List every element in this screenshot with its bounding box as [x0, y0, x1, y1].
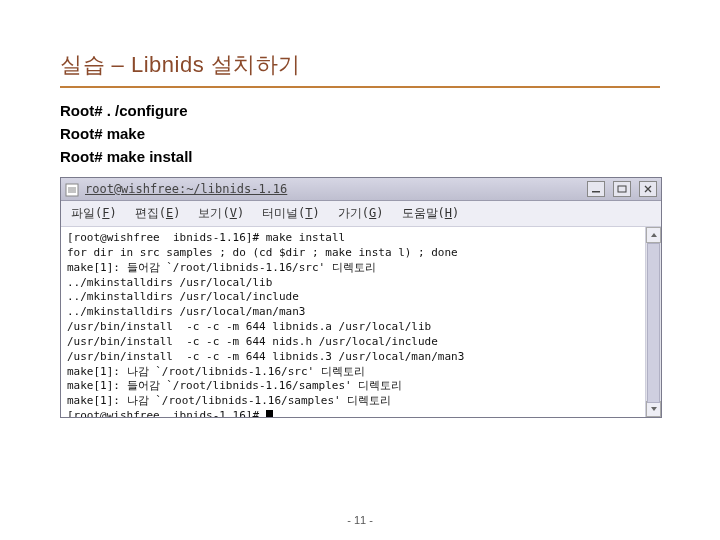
- menubar: 파일(F) 편집(E) 보기(V) 터미널(T) 가기(G) 도움말(H): [61, 201, 661, 227]
- terminal-output[interactable]: [root@wishfree ibnids-1.16]# make instal…: [61, 227, 645, 417]
- terminal-line: /usr/bin/install -c -c -m 644 libnids.a …: [67, 320, 431, 333]
- terminal-line: make[1]: 나감 `/root/libnids-1.16/src' 디렉토…: [67, 365, 365, 378]
- terminal-line: ../mkinstalldirs /usr/local/lib: [67, 276, 272, 289]
- slide-page: 실습 – Libnids 설치하기 Root# . /configure Roo…: [0, 0, 720, 540]
- terminal-window: root@wishfree:~/libnids-1.16 파일(F) 편집(E)…: [60, 177, 662, 418]
- window-title: root@wishfree:~/libnids-1.16: [85, 182, 579, 196]
- menu-terminal[interactable]: 터미널(T): [262, 205, 320, 222]
- svg-rect-2: [618, 186, 626, 192]
- titlebar[interactable]: root@wishfree:~/libnids-1.16: [61, 178, 661, 201]
- terminal-line: make[1]: 들어감 `/root/libnids-1.16/samples…: [67, 379, 402, 392]
- close-button[interactable]: [639, 181, 657, 197]
- terminal-line: make[1]: 나감 `/root/libnids-1.16/samples'…: [67, 394, 391, 407]
- menu-file[interactable]: 파일(F): [71, 205, 117, 222]
- scroll-thumb[interactable]: [647, 243, 660, 403]
- scrollbar[interactable]: [645, 227, 661, 417]
- terminal-line: make[1]: 들어감 `/root/libnids-1.16/src' 디렉…: [67, 261, 376, 274]
- command-line: Root# . /configure: [60, 102, 660, 119]
- menu-help[interactable]: 도움말(H): [402, 205, 460, 222]
- maximize-button[interactable]: [613, 181, 631, 197]
- menu-view[interactable]: 보기(V): [198, 205, 244, 222]
- window-menu-icon[interactable]: [65, 182, 79, 196]
- scroll-down-button[interactable]: [646, 401, 661, 417]
- command-line: Root# make: [60, 125, 660, 142]
- terminal-body-wrap: [root@wishfree ibnids-1.16]# make instal…: [61, 227, 661, 417]
- terminal-line: for dir in src samples ; do (cd $dir ; m…: [67, 246, 458, 259]
- terminal-line: ../mkinstalldirs /usr/local/man/man3: [67, 305, 305, 318]
- minimize-button[interactable]: [587, 181, 605, 197]
- menu-go[interactable]: 가기(G): [338, 205, 384, 222]
- svg-rect-1: [592, 191, 600, 193]
- scroll-track[interactable]: [646, 243, 661, 401]
- terminal-line: [root@wishfree ibnids-1.16]# make instal…: [67, 231, 345, 244]
- terminal-line: /usr/bin/install -c -c -m 644 libnids.3 …: [67, 350, 464, 363]
- terminal-prompt: [root@wishfree ibnids-1.16]#: [67, 409, 266, 417]
- page-number: - 11 -: [0, 514, 720, 526]
- scroll-up-button[interactable]: [646, 227, 661, 243]
- menu-edit[interactable]: 편집(E): [135, 205, 181, 222]
- command-line: Root# make install: [60, 148, 660, 165]
- page-title: 실습 – Libnids 설치하기: [60, 50, 660, 80]
- terminal-line: ../mkinstalldirs /usr/local/include: [67, 290, 299, 303]
- title-rule: [60, 86, 660, 88]
- terminal-cursor-icon: [266, 410, 273, 417]
- terminal-line: /usr/bin/install -c -c -m 644 nids.h /us…: [67, 335, 438, 348]
